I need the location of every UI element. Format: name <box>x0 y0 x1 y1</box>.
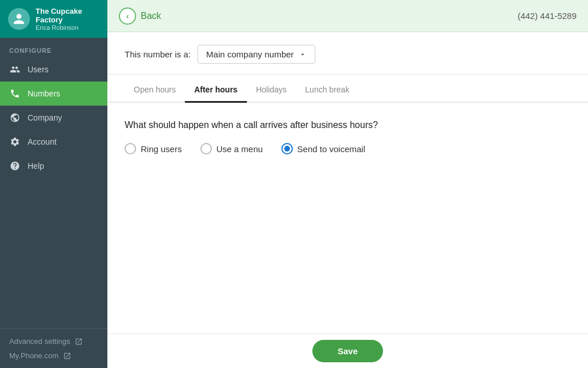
tab-after-hours[interactable]: After hours <box>185 77 246 103</box>
tab-holidays[interactable]: Holidays <box>247 77 296 103</box>
radio-send-voicemail[interactable] <box>281 143 293 154</box>
sidebar-item-users-label: Users <box>28 65 49 74</box>
external-link2-icon <box>63 352 71 360</box>
sidebar-header-text: The Cupcake Factory Erica Robinson <box>36 7 99 31</box>
settings-icon <box>9 136 21 148</box>
configure-label: Configure <box>0 38 107 57</box>
content-area: This number is a: Main company number Op… <box>107 32 588 334</box>
advanced-settings-label: Advanced settings <box>9 337 70 346</box>
tab-open-hours[interactable]: Open hours <box>125 77 185 103</box>
number-type-row: This number is a: Main company number <box>107 32 588 75</box>
avatar <box>8 8 30 30</box>
sidebar-item-account[interactable]: Account <box>0 130 107 154</box>
send-voicemail-label: Send to voicemail <box>297 144 365 154</box>
sidebar-item-users[interactable]: Users <box>0 57 107 82</box>
sidebar-item-numbers[interactable]: Numbers <box>0 82 107 106</box>
number-type-label: This number is a: <box>125 49 191 59</box>
sidebar-item-help[interactable]: Help <box>0 154 107 178</box>
radio-group: Ring users Use a menu Send to voicemail <box>125 143 571 154</box>
option-send-voicemail[interactable]: Send to voicemail <box>281 143 365 154</box>
option-ring-users[interactable]: Ring users <box>125 143 182 154</box>
advanced-settings-link[interactable]: Advanced settings <box>9 337 98 346</box>
radio-use-menu[interactable] <box>200 143 212 154</box>
sidebar-item-account-label: Account <box>28 137 57 146</box>
tab-content: What should happen when a call arrives a… <box>107 103 588 172</box>
ring-users-label: Ring users <box>141 144 182 154</box>
back-button[interactable]: ‹ Back <box>119 7 161 25</box>
sidebar-item-numbers-label: Numbers <box>28 89 60 98</box>
number-type-value: Main company number <box>206 49 294 59</box>
sidebar-item-help-label: Help <box>28 161 44 171</box>
external-link-icon <box>75 338 83 346</box>
option-use-menu[interactable]: Use a menu <box>200 143 263 154</box>
use-menu-label: Use a menu <box>216 144 263 154</box>
topbar: ‹ Back (442) 441-5289 <box>107 0 588 32</box>
back-chevron-icon: ‹ <box>119 7 136 25</box>
phone-number: (442) 441-5289 <box>517 11 577 21</box>
sidebar-item-company-label: Company <box>28 113 62 122</box>
radio-ring-users[interactable] <box>125 143 136 154</box>
user-name: Erica Robinson <box>36 24 99 31</box>
users-icon <box>9 64 21 75</box>
back-label: Back <box>141 11 161 21</box>
tabs-bar: Open hours After hours Holidays Lunch br… <box>107 77 588 103</box>
company-name: The Cupcake Factory <box>36 7 99 24</box>
help-icon <box>9 160 21 172</box>
sidebar-item-company[interactable]: Company <box>0 106 107 130</box>
tab-lunch-break[interactable]: Lunch break <box>296 77 358 103</box>
number-type-select[interactable]: Main company number <box>198 45 315 64</box>
dropdown-chevron-icon <box>299 51 307 59</box>
save-button[interactable]: Save <box>312 340 383 362</box>
sidebar-header: The Cupcake Factory Erica Robinson <box>0 0 107 38</box>
tab-question: What should happen when a call arrives a… <box>125 120 571 130</box>
globe-icon <box>9 112 21 123</box>
sidebar-footer: Advanced settings My.Phone.com <box>0 328 107 368</box>
sidebar-nav: Configure Users Numbers Company Account <box>0 38 107 328</box>
my-phone-link[interactable]: My.Phone.com <box>9 351 98 360</box>
sidebar: The Cupcake Factory Erica Robinson Confi… <box>0 0 107 368</box>
bottom-bar: Save <box>107 334 588 368</box>
main-content: ‹ Back (442) 441-5289 This number is a: … <box>107 0 588 368</box>
phone-icon <box>9 88 21 99</box>
my-phone-label: My.Phone.com <box>9 351 59 360</box>
